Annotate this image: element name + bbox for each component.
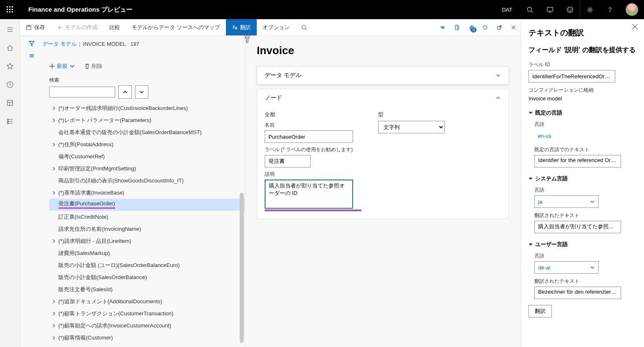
system-text-field[interactable]: 購入担当者が割り当てた参照オ…: [534, 221, 621, 233]
group-user-header[interactable]: ユーザー言語: [529, 241, 636, 248]
tree-node[interactable]: (*)住所(PostalAddress): [49, 138, 245, 150]
label-field[interactable]: [265, 155, 311, 167]
storedin-value: Invoice model: [529, 95, 636, 102]
panel-node-header[interactable]: ノード: [257, 89, 509, 107]
translate-button[interactable]: 翻訳: [226, 19, 257, 35]
tree-node[interactable]: (*)基準請求書(InvoiceBase): [49, 187, 245, 199]
rail-favorites[interactable]: [6, 62, 14, 72]
chevron-up-icon: [123, 90, 128, 95]
user-text-field[interactable]: Bezeichner für den referenzierte…: [534, 287, 621, 299]
system-lang-label: 言語: [534, 187, 636, 194]
search-next-button[interactable]: [135, 85, 148, 99]
rail-hamburger[interactable]: [6, 26, 14, 35]
search-input[interactable]: [49, 87, 115, 97]
rail-recent[interactable]: [6, 81, 14, 90]
svg-rect-7: [9, 11, 10, 12]
search-prev-button[interactable]: [118, 85, 132, 99]
toolbar-find-button[interactable]: [296, 19, 313, 35]
svg-rect-6: [7, 11, 8, 12]
panel-datamodel-header[interactable]: データ モデル: [257, 67, 509, 84]
type-select[interactable]: 文字列: [378, 121, 445, 133]
tree-node[interactable]: 備考(CustomerRef): [49, 150, 245, 162]
svg-rect-11: [547, 7, 553, 11]
tree-expand-toggle[interactable]: [49, 167, 58, 171]
tree-node-label: (*)住所(PostalAddress): [58, 141, 113, 148]
flyout-title: テキストの翻訳: [529, 27, 636, 38]
tree-node[interactable]: (*)オーダー残請求明細行(CustInvoiceBackorderLines): [49, 102, 245, 114]
tree-node[interactable]: (*)顧客勘定への請求(InvoiceCustomerAccount): [49, 320, 245, 332]
tree-node[interactable]: 訂正票(IsCreditNote): [49, 211, 245, 223]
save-button[interactable]: 保存: [20, 19, 51, 35]
default-text-label: 既定の言語でのテキスト: [534, 146, 636, 153]
tree-node[interactable]: (*)請求明細行 - 品目(LineItem): [49, 235, 245, 247]
toolbar-linkage-button[interactable]: [436, 25, 450, 30]
name-field[interactable]: [265, 130, 353, 143]
tree-expand-toggle[interactable]: [49, 324, 58, 328]
breadcrumb-root[interactable]: データ モデル: [43, 41, 77, 47]
tree-node[interactable]: (*)追加ドキュメント(AdditionalDocuments): [49, 295, 245, 307]
tree-node[interactable]: (*)顧客トランザクション(CustomerTransaction): [49, 307, 245, 320]
tree-node[interactable]: 発注書(PurchaseOrder): [49, 199, 245, 211]
toolbar-office-button[interactable]: [450, 25, 464, 30]
tree-new-button[interactable]: 新規: [49, 62, 75, 70]
avatar[interactable]: [626, 3, 638, 16]
tree-expand-toggle[interactable]: [49, 142, 58, 147]
global-help[interactable]: [600, 0, 620, 19]
tree-node[interactable]: 印刷管理設定(PrintMgmtSetting): [49, 162, 245, 175]
tree-node[interactable]: 商品割引の詳細の表示(ShowGoodsDiscountInfo_IT): [49, 175, 245, 187]
tree-expand-toggle[interactable]: [49, 336, 58, 340]
tree-node-label: (*)請求明細行 - 品目(LineItem): [58, 237, 131, 245]
labelid-label: ラベル ID: [529, 61, 636, 68]
global-feedback[interactable]: [560, 0, 580, 19]
tree-expand-toggle[interactable]: [49, 118, 58, 122]
toolbar-popout-button[interactable]: [492, 25, 506, 30]
global-search[interactable]: [520, 0, 540, 19]
tree-expand-toggle[interactable]: [49, 239, 58, 243]
group-default-header[interactable]: 既定の言語: [529, 109, 636, 117]
tree-node-label: 諸費用(SalesMarkup): [58, 250, 110, 257]
tree-expand-toggle[interactable]: [49, 300, 58, 304]
compare-button[interactable]: 比較: [103, 19, 126, 35]
global-messages[interactable]: [540, 0, 560, 19]
map-datasource-button[interactable]: モデルからデータ ソースへのマップ: [126, 19, 226, 35]
tree-node[interactable]: 諸費用(SalesMarkup): [49, 247, 245, 259]
app-launcher[interactable]: [0, 6, 20, 13]
expand-button[interactable]: [28, 53, 35, 60]
tree-expand-toggle[interactable]: [49, 106, 58, 110]
tree-expand-toggle[interactable]: [49, 191, 58, 195]
group-system-header[interactable]: システム言語: [529, 175, 636, 182]
system-lang-select[interactable]: ja: [534, 195, 599, 208]
svg-point-14: [569, 9, 569, 9]
tree-node[interactable]: 会社基本通貨での販売の小計金額(SalesOrderBalanceMST): [49, 126, 245, 138]
toolbar-close-button[interactable]: [506, 25, 521, 30]
rail-modules[interactable]: [6, 117, 14, 127]
toolbar-refresh-button[interactable]: [478, 25, 492, 30]
svg-rect-5: [12, 9, 13, 10]
tree-node[interactable]: 請求先住所の名前(InvoicingName): [49, 223, 245, 235]
flyout-translate-button[interactable]: 翻訳: [529, 305, 552, 317]
scrollbar-thumb[interactable]: [240, 193, 244, 343]
toolbar-attach-button[interactable]: 0: [464, 25, 478, 30]
tree-node[interactable]: 販売の小計金額(SalesOrderBalance): [49, 271, 245, 283]
flyout-close-button[interactable]: [631, 23, 638, 32]
search-label: 検索: [49, 77, 236, 84]
rail-workspaces[interactable]: [6, 99, 14, 108]
user-lang-select[interactable]: de-at: [534, 261, 599, 274]
global-settings[interactable]: [580, 0, 600, 19]
tree-node[interactable]: (*)顧客情報(Customer): [49, 332, 245, 344]
company-code[interactable]: DAT: [494, 7, 520, 13]
new-model-button[interactable]: モデルの作成: [51, 19, 103, 35]
options-button[interactable]: オプション: [257, 19, 296, 35]
labelid-field[interactable]: IdentifierForTheReferencedOr…: [529, 70, 615, 82]
rail-home[interactable]: [6, 44, 14, 53]
model-tree[interactable]: (*)オーダー残請求明細行(CustInvoiceBackorderLines)…: [20, 101, 245, 347]
tree-node[interactable]: 販売の小計金額 (ユーロ)(SalesOrderBalanceEuro): [49, 259, 245, 271]
desc-field[interactable]: [265, 180, 353, 209]
tree-delete-button[interactable]: 削除: [84, 62, 103, 70]
filter-button[interactable]: [28, 40, 35, 48]
waffle-icon: [7, 6, 13, 13]
tree-node[interactable]: 販売注文番号(SalesId): [49, 283, 245, 295]
tree-node[interactable]: (*)レポート パラメーター(Parameters): [49, 114, 245, 126]
tree-expand-toggle[interactable]: [49, 312, 58, 316]
default-text-field[interactable]: Identifier for the referenced Or…: [534, 155, 621, 167]
